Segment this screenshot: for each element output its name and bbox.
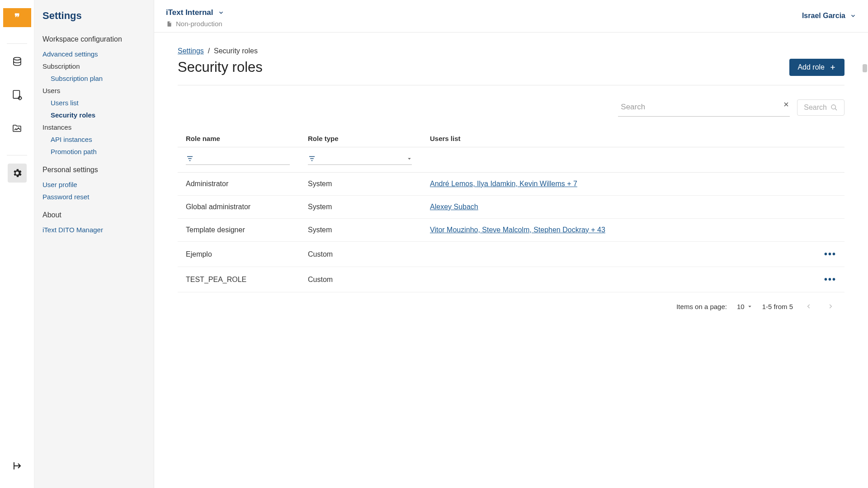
image-folder-icon: [11, 123, 23, 134]
sidebar-item-users-list[interactable]: Users list: [41, 97, 143, 109]
pagination: Items on a page: 10 1-5 from 5: [178, 292, 844, 314]
chevron-left-icon: [806, 303, 812, 310]
cell-role-type: System: [308, 203, 430, 211]
user-name: Israel Garcia: [802, 12, 845, 20]
scrollbar-thumb[interactable]: [863, 64, 867, 72]
chevron-down-icon: [218, 9, 224, 16]
user-menu[interactable]: Israel Garcia: [802, 8, 856, 20]
sidebar-item-subscription-plan[interactable]: Subscription plan: [41, 72, 143, 84]
row-actions[interactable]: •••: [791, 249, 836, 259]
next-page-button[interactable]: [825, 301, 836, 311]
filter-icon: [308, 155, 316, 163]
sidebar-item-dito-manager[interactable]: iText DITO Manager: [41, 224, 143, 236]
table-row: TEST_PEA_ROLECustom•••: [178, 267, 844, 292]
nav-instance[interactable]: [8, 85, 27, 104]
sidebar-item-user-profile[interactable]: User profile: [41, 178, 143, 191]
workspace-name: iText Internal: [166, 8, 213, 17]
exit-arrow-icon: [12, 460, 23, 471]
filter-role-name[interactable]: [186, 155, 290, 165]
column-role-type[interactable]: Role type: [308, 135, 430, 142]
search-button[interactable]: Search: [797, 99, 844, 116]
sidebar-section-workspace: Workspace configuration: [42, 35, 143, 43]
sidebar-section-about: About: [42, 211, 143, 219]
roles-table: Role name Role type Users list: [178, 130, 844, 292]
nav-database[interactable]: [8, 52, 27, 71]
sidebar-item-password-reset[interactable]: Password reset: [41, 191, 143, 203]
search-input[interactable]: [618, 98, 790, 117]
cell-role-name: TEST_PEA_ROLE: [186, 276, 308, 284]
table-header: Role name Role type Users list: [178, 130, 844, 147]
cell-role-type: Custom: [308, 276, 430, 284]
cell-role-name: Ejemplo: [186, 250, 308, 258]
sidebar-item-api-instances[interactable]: API instances: [41, 133, 143, 145]
sidebar-item-promotion-path[interactable]: Promotion path: [41, 145, 143, 158]
nav-images[interactable]: [8, 119, 27, 138]
gear-icon: [12, 168, 23, 178]
breadcrumb-root[interactable]: Settings: [178, 47, 204, 55]
app-logo[interactable]: ❞: [7, 8, 28, 27]
caret-down-icon: [747, 304, 752, 309]
svg-point-3: [831, 105, 835, 109]
chevron-right-icon: [827, 303, 834, 310]
cell-users: Alexey Subach: [430, 203, 791, 211]
filter-icon: [186, 155, 194, 163]
page-size-value: 10: [737, 303, 745, 310]
chevron-down-icon: [850, 13, 856, 19]
cell-role-name: Administrator: [186, 180, 308, 188]
sidebar-item-security-roles[interactable]: Security roles: [41, 109, 143, 121]
database-icon: [12, 56, 23, 67]
close-icon: [783, 101, 790, 108]
items-per-page-label: Items on a page:: [676, 303, 727, 310]
sidebar-item-advanced[interactable]: Advanced settings: [41, 48, 143, 60]
cell-role-type: Custom: [308, 250, 430, 258]
search-field: [618, 98, 790, 117]
workspace-selector[interactable]: iText Internal: [166, 8, 224, 17]
users-link[interactable]: Vitor Mouzinho, Steve Malcolm, Stephen D…: [430, 226, 605, 234]
breadcrumb: Settings / Security roles: [178, 47, 844, 55]
cell-users: André Lemos, Ilya Idamkin, Kevin Willems…: [430, 180, 791, 188]
main: iText Internal Non-production Israel Gar…: [154, 0, 868, 488]
caret-down-icon: [407, 156, 412, 161]
add-role-button[interactable]: Add role: [789, 59, 844, 76]
breadcrumb-current: Security roles: [214, 47, 258, 55]
topbar: iText Internal Non-production Israel Gar…: [154, 0, 868, 33]
env-indicator: Non-production: [166, 20, 224, 28]
rail-separator: [7, 43, 27, 44]
nav-collapse[interactable]: [8, 456, 27, 475]
env-label: Non-production: [176, 20, 222, 28]
page-title: Security roles: [178, 59, 263, 75]
table-row: Global administratorSystemAlexey Subach: [178, 196, 844, 219]
cell-role-type: System: [308, 226, 430, 234]
plus-icon: [829, 64, 836, 71]
cell-role-name: Global administrator: [186, 203, 308, 211]
search-clear-button[interactable]: [783, 101, 790, 108]
nav-settings[interactable]: [8, 164, 27, 183]
users-link[interactable]: André Lemos, Ilya Idamkin, Kevin Willems…: [430, 180, 577, 188]
table-row: EjemploCustom•••: [178, 242, 844, 267]
page-size-selector[interactable]: 10: [737, 303, 752, 310]
sidebar-section-personal: Personal settings: [42, 166, 143, 174]
search-icon: [830, 104, 838, 111]
table-filter-row: [178, 147, 844, 173]
column-users-list[interactable]: Users list: [430, 135, 791, 142]
sidebar-item-instances: Instances: [41, 121, 143, 133]
device-settings-icon: [11, 89, 23, 101]
file-icon: [166, 20, 172, 28]
row-actions[interactable]: •••: [791, 274, 836, 285]
sidebar-item-subscription: Subscription: [41, 60, 143, 72]
cell-role-name: Template designer: [186, 226, 308, 234]
sidebar-item-users: Users: [41, 84, 143, 97]
filter-role-type[interactable]: [308, 155, 412, 165]
prev-page-button[interactable]: [803, 301, 815, 311]
svg-point-0: [14, 57, 21, 60]
cell-role-type: System: [308, 180, 430, 188]
users-link[interactable]: Alexey Subach: [430, 203, 478, 211]
icon-rail: ❞: [0, 0, 34, 488]
search-button-label: Search: [804, 103, 827, 112]
cell-users: Vitor Mouzinho, Steve Malcolm, Stephen D…: [430, 226, 791, 234]
table-row: Template designerSystemVitor Mouzinho, S…: [178, 219, 844, 242]
pagination-range: 1-5 from 5: [762, 303, 793, 310]
settings-sidebar: Settings Workspace configuration Advance…: [34, 0, 154, 488]
table-row: AdministratorSystemAndré Lemos, Ilya Ida…: [178, 173, 844, 196]
column-role-name[interactable]: Role name: [186, 135, 308, 142]
